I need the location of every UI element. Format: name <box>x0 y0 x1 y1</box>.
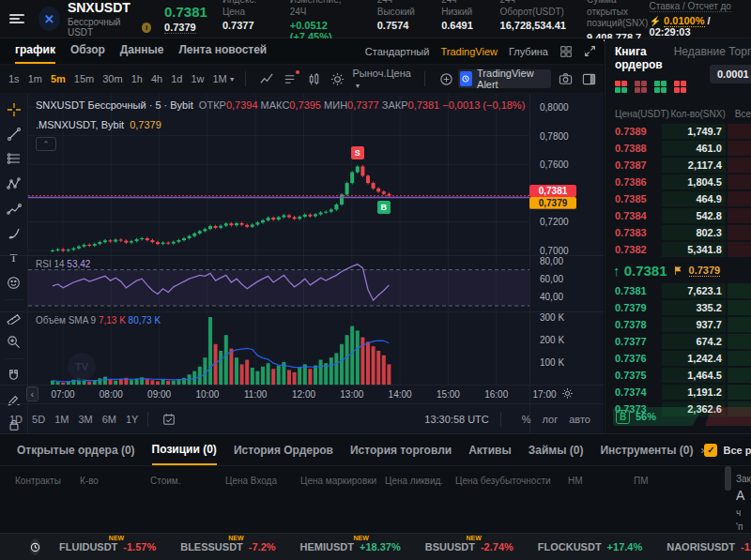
tab-Открытыеордера0[interactable]: Открытые ордера (0) <box>17 436 135 464</box>
orderbook-view-icon-4[interactable] <box>674 81 687 94</box>
orderbook-mid[interactable]: ↑ 0.7381 0.7379 <box>605 258 751 282</box>
tab-Лента новостей[interactable]: Лента новостей <box>178 38 267 64</box>
tab-Историяторговли[interactable]: История торговли <box>350 436 452 464</box>
ask-row[interactable]: 0.73825,341.8 <box>605 241 751 258</box>
ask-row[interactable]: 0.73891,749.7 <box>605 123 751 140</box>
ask-row[interactable]: 0.73872,117.4 <box>605 157 751 174</box>
funding-label[interactable]: Ставка / Отсчет до <box>650 1 731 12</box>
timeframe-1s[interactable]: 1s <box>8 73 20 84</box>
timeframe-15m[interactable]: 15m <box>74 73 94 84</box>
mode-Стандартный[interactable]: Стандартный <box>365 46 430 57</box>
tab-Данные[interactable]: Данные <box>120 38 164 64</box>
bid-row[interactable]: 0.73741,191.2 <box>605 384 751 401</box>
magnet-icon[interactable] <box>4 368 24 384</box>
orderbook-view-icon-1[interactable] <box>615 81 628 94</box>
timeframe-5m[interactable]: 5m <box>51 73 66 84</box>
brush-icon[interactable] <box>4 225 24 241</box>
bid-row[interactable]: 0.73751,464.5 <box>605 367 751 384</box>
tradingview-alert-button[interactable]: TradingView Alert <box>458 69 551 88</box>
tab-ИсторияОрдеров[interactable]: История Ордеров <box>234 436 333 464</box>
grid-layout-icon[interactable] <box>559 45 573 58</box>
forecast-icon[interactable] <box>4 201 24 217</box>
channel-icon[interactable] <box>4 151 24 167</box>
scroll-left-icon[interactable]: ‹ <box>26 386 38 401</box>
timeframe-30m[interactable]: 30m <box>102 73 122 84</box>
axis-settings-icon[interactable] <box>561 387 574 400</box>
menu-icon[interactable] <box>0 12 33 25</box>
tab-Займы0[interactable]: Займы (0) <box>529 436 584 464</box>
checkbox-checked-icon[interactable]: ✓ <box>704 444 717 457</box>
ticker-BSUUSDT[interactable]: NEWBSUUSDT-2.74% <box>425 541 513 552</box>
templates-icon[interactable] <box>284 72 298 86</box>
ticker-HEMIUSDT[interactable]: NEWHEMIUSDT+18.37% <box>300 541 401 552</box>
range-6M[interactable]: 6M <box>102 414 116 425</box>
ticker-FLOCKUSDT[interactable]: FLOCKUSDT+17.4% <box>538 541 642 552</box>
candle-style-icon[interactable] <box>307 72 321 86</box>
orderbook-mark-price[interactable]: 0.7379 <box>689 265 721 277</box>
tab-Обзор[interactable]: Обзор <box>70 38 105 64</box>
ticker-FLUIDUSDT[interactable]: NEWFLUIDUSDT-1.57% <box>59 541 156 552</box>
timeframe-1m[interactable]: 1m <box>28 73 42 84</box>
range-1Y[interactable]: 1Y <box>126 414 138 425</box>
mode-TradingView[interactable]: TradingView <box>440 46 498 57</box>
ask-row[interactable]: 0.7383802.3 <box>605 224 751 241</box>
calendar-icon[interactable] <box>162 413 176 426</box>
range-1M[interactable]: 1M <box>54 414 69 425</box>
timeframe-1w[interactable]: 1w <box>191 73 204 84</box>
scale-авто[interactable]: авто <box>569 414 590 425</box>
panel-layout-icon[interactable] <box>582 72 596 86</box>
zoom-in-icon[interactable] <box>4 333 24 349</box>
tab-orderbook[interactable]: Книга ордеров <box>615 45 663 71</box>
bid-row[interactable]: 0.7378937.7 <box>605 316 751 333</box>
ask-row[interactable]: 0.73861,804.5 <box>605 174 751 190</box>
chart-settings-icon[interactable] <box>330 72 345 86</box>
time-axis[interactable]: 07:0008:0009:0010:0011:0012:0013:0014:00… <box>0 385 604 403</box>
clock-icon[interactable] <box>30 538 40 555</box>
expand-icon[interactable] <box>584 45 596 57</box>
ask-row[interactable]: 0.7388461.0 <box>605 140 751 157</box>
bid-row[interactable]: 0.73761,242.4 <box>605 350 751 367</box>
tab-Позиции0[interactable]: Позиции (0) <box>152 435 217 465</box>
timeframe-4h[interactable]: 4h <box>151 73 162 84</box>
orderbook-view-icon-3[interactable] <box>654 81 667 94</box>
emoji-icon[interactable] <box>4 275 24 291</box>
tab-график[interactable]: график <box>15 38 55 64</box>
range-1D[interactable]: 1D <box>9 414 23 425</box>
timeframe-1d[interactable]: 1d <box>171 73 182 84</box>
screenshot-icon[interactable] <box>559 72 573 86</box>
symbol-block[interactable]: SNXUSDT Бессрочный USDTi <box>68 0 151 38</box>
indicators-icon[interactable] <box>260 72 274 86</box>
timeframe-1M[interactable]: 1M <box>212 73 226 84</box>
bid-row[interactable]: 0.7377674.2 <box>605 333 751 350</box>
clock-utc[interactable]: 13:30:58 UTC <box>424 414 488 425</box>
scale-%[interactable]: % <box>522 414 531 425</box>
tab-Активы[interactable]: Активы <box>468 436 512 464</box>
collapse-legend-button[interactable]: ⌃ <box>36 137 56 151</box>
pattern-icon[interactable] <box>4 175 24 191</box>
mode-Глубина[interactable]: Глубина <box>509 46 548 57</box>
crosshair-icon[interactable] <box>4 101 24 117</box>
text-icon[interactable]: T <box>4 250 24 265</box>
bid-row[interactable]: 0.73817,623.1 <box>605 282 751 299</box>
precision-select[interactable]: 0.0001 <box>710 65 751 83</box>
timeframe-1h[interactable]: 1h <box>131 73 143 84</box>
scrollbar-thumb[interactable] <box>725 466 731 491</box>
ticker-BLESSUSDT[interactable]: NEWBLESSUSDT-7.2% <box>180 541 275 552</box>
compare-add-icon[interactable] <box>439 72 453 86</box>
timeframe-dropdown-icon[interactable]: ▼ <box>229 76 236 83</box>
ticker-NAORISUSDT[interactable]: NAORISUSDT-1.37% <box>667 541 751 552</box>
price-axis[interactable]: 0,80000,78000,76000,72000,700080,0060,00… <box>529 94 604 433</box>
order-type-select[interactable]: Рыноч.Цена ▼ <box>353 68 411 90</box>
ask-row[interactable]: 0.7384542.8 <box>605 207 751 224</box>
chart-area[interactable]: T 0,80000,78000,76000,72000,700080,0060,… <box>0 94 604 433</box>
ask-row[interactable]: 0.7385464.9 <box>605 190 751 207</box>
orderbook-view-icon-2[interactable] <box>635 81 648 94</box>
range-5D[interactable]: 5D <box>32 414 45 425</box>
range-3M[interactable]: 3M <box>78 414 92 425</box>
mark-price[interactable]: 0.7379 <box>164 22 196 34</box>
bid-row[interactable]: 0.7379335.2 <box>605 299 751 316</box>
trendline-icon[interactable] <box>4 126 24 142</box>
filter-1[interactable]: ✓Все рынки <box>704 444 751 457</box>
scale-лог[interactable]: лог <box>543 414 559 425</box>
info-icon[interactable]: i <box>142 23 151 33</box>
